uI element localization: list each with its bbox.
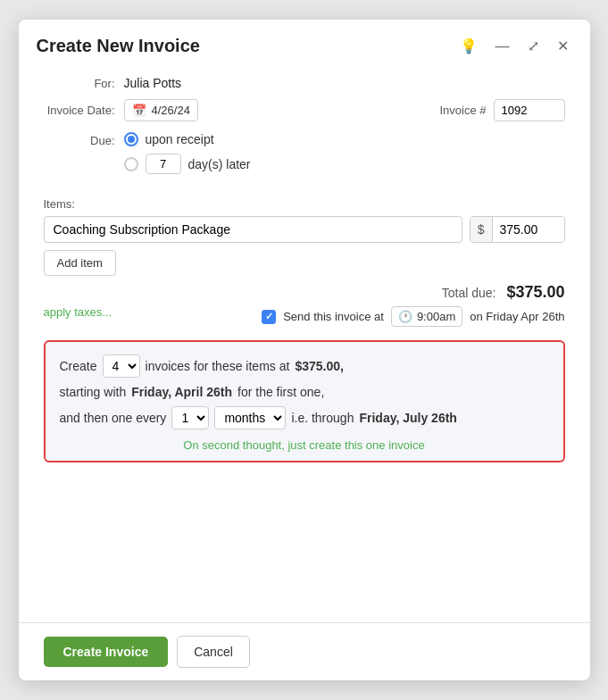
item-name-input[interactable]	[44, 216, 462, 243]
days-later-label: day(s) later	[188, 157, 251, 171]
for-first: for the first one,	[237, 385, 324, 399]
for-label: For:	[44, 77, 124, 90]
recurring-line1: Create 4 1 2 3 5 6 invoices for these it…	[60, 354, 549, 378]
recurring-line2: starting with Friday, April 26th for the…	[60, 385, 549, 399]
header-icons: 💡 — ⤢ ✕	[456, 36, 572, 56]
invoices-text: invoices for these items at	[146, 359, 290, 373]
ie-text: i.e. through	[291, 411, 354, 425]
radio-upon-receipt[interactable]	[124, 132, 138, 146]
invoice-num-input[interactable]	[494, 99, 565, 121]
due-label: Due:	[44, 132, 124, 147]
period-select[interactable]: days weeks months years	[214, 406, 286, 429]
create-invoice-dialog: Create New Invoice 💡 — ⤢ ✕ For: Julia Po…	[19, 20, 590, 680]
send-time: 9:00am	[417, 310, 455, 323]
create-label: Create	[60, 359, 97, 373]
expand-icon[interactable]: ⤢	[524, 36, 543, 56]
cancel-button[interactable]: Cancel	[177, 636, 250, 668]
invoice-num-row: Invoice #	[439, 99, 564, 121]
minimize-icon[interactable]: —	[492, 37, 513, 56]
due-option-days: day(s) later	[124, 154, 251, 174]
starting-date: Friday, April 26th	[131, 385, 232, 399]
dialog-body: For: Julia Potts Invoice Date: 📅 4/26/24…	[19, 65, 590, 622]
dollar-sign: $	[471, 217, 493, 242]
create-invoice-button[interactable]: Create Invoice	[44, 637, 169, 667]
upon-receipt-label: upon receipt	[146, 132, 214, 146]
date-invoice-row: Invoice Date: 📅 4/26/24 Invoice #	[44, 99, 565, 121]
for-value: Julia Potts	[124, 76, 182, 90]
dialog-title: Create New Invoice	[37, 36, 200, 56]
invoice-date-value: 4/26/24	[152, 104, 190, 117]
total-row: Total due: $375.00	[44, 283, 565, 302]
send-row: Send this invoice at 🕐 9:00am on Friday …	[262, 306, 564, 327]
interval-select[interactable]: 1 2 3 4 5 6	[171, 406, 209, 429]
clock-icon: 🕐	[398, 310, 412, 323]
item-row: $	[44, 216, 565, 243]
and-then-text: and then one every	[60, 411, 167, 425]
starting-text: starting with	[60, 385, 127, 399]
send-date: on Friday Apr 26th	[470, 310, 564, 323]
for-row: For: Julia Potts	[44, 76, 565, 90]
time-badge[interactable]: 🕐 9:00am	[391, 306, 462, 327]
apply-taxes-link[interactable]: apply taxes...	[44, 305, 112, 319]
recurring-amount: $375.00,	[295, 359, 344, 373]
cancel-recurring-link[interactable]: On second thought, just create this one …	[60, 438, 549, 452]
add-item-button[interactable]: Add item	[44, 250, 116, 276]
items-label: Items:	[44, 197, 565, 211]
calendar-icon: 📅	[132, 104, 146, 117]
taxes-send-row: apply taxes... Send this invoice at 🕐 9:…	[44, 305, 565, 328]
dialog-header: Create New Invoice 💡 — ⤢ ✕	[19, 20, 590, 65]
item-price-input[interactable]	[493, 217, 564, 242]
due-section: upon receipt day(s) later	[124, 132, 251, 181]
total-amount: $375.00	[506, 283, 564, 302]
invoice-num-label: Invoice #	[439, 104, 486, 117]
end-date: Friday, July 26th	[359, 411, 456, 425]
invoice-date-label: Invoice Date:	[44, 104, 124, 117]
invoice-date-input[interactable]: 📅 4/26/24	[124, 99, 198, 121]
lightbulb-icon[interactable]: 💡	[456, 36, 481, 56]
recurring-line3: and then one every 1 2 3 4 5 6 days week…	[60, 406, 549, 429]
days-later-input[interactable]	[146, 154, 181, 174]
due-row: Due: upon receipt day(s) later	[44, 132, 565, 181]
send-text: Send this invoice at	[283, 310, 384, 323]
items-section: Items: $ Add item	[44, 197, 565, 276]
close-icon[interactable]: ✕	[554, 36, 572, 56]
total-label: Total due:	[442, 286, 496, 300]
send-checkbox[interactable]	[262, 310, 276, 324]
item-price-row: $	[470, 216, 565, 243]
due-option-receipt: upon receipt	[124, 132, 251, 146]
recurring-box: Create 4 1 2 3 5 6 invoices for these it…	[44, 340, 565, 462]
dialog-footer: Create Invoice Cancel	[19, 622, 590, 680]
radio-days-later[interactable]	[124, 157, 138, 171]
create-count-select[interactable]: 4 1 2 3 5 6	[103, 354, 140, 378]
